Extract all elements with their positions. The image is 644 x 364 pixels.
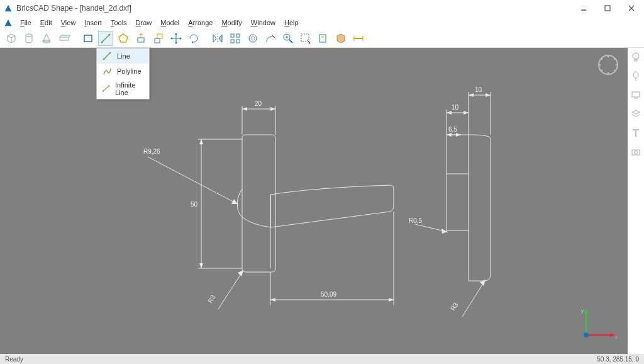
tool-select-icon[interactable] [298,31,313,46]
svg-point-22 [109,33,111,35]
svg-marker-29 [175,33,177,35]
svg-rect-37 [231,34,234,37]
window-controls [577,2,640,14]
tool-box-icon[interactable] [4,31,19,46]
tool-mirror-icon[interactable] [210,31,225,46]
panel-monitor-icon[interactable] [630,89,641,101]
svg-rect-38 [236,34,240,37]
svg-marker-119 [469,93,474,97]
titlebar: BricsCAD Shape - [handel_2d.dxf] [0,0,644,16]
panel-balloon-icon[interactable] [630,71,641,82]
menu-modify[interactable]: Modify [218,18,245,28]
svg-marker-129 [456,133,461,137]
svg-line-7 [8,36,11,38]
svg-text:10: 10 [475,86,482,93]
menubar: File Edit View Insert Tools Draw Model A… [0,16,644,29]
menu-file[interactable]: File [16,18,35,28]
tool-zoom-icon[interactable] [280,31,296,46]
panel-lightbulb-icon[interactable] [630,52,641,63]
svg-line-107 [218,270,243,309]
tool-slab-icon[interactable] [57,31,72,46]
close-button[interactable] [625,2,638,14]
tool-array-icon[interactable] [228,31,243,46]
menu-edit[interactable]: Edit [36,18,56,28]
svg-marker-114 [389,298,394,302]
minimize-button[interactable] [577,2,590,14]
tool-rectangle-icon[interactable] [80,31,96,46]
svg-rect-65 [632,92,640,97]
tool-rotate-icon[interactable] [186,31,201,46]
svg-point-63 [633,72,638,78]
svg-marker-67 [632,110,640,114]
menu-arrange[interactable]: Arrange [184,18,216,28]
svg-line-8 [11,36,15,38]
cad-drawing: 50 20 R9,26 R3 50,09 10 10 6,5 [0,48,628,354]
menu-model[interactable]: Model [157,18,183,28]
status-coordinates: 50.3, 285.15, 0 [597,356,639,363]
svg-marker-51 [337,34,345,43]
right-side-panel [628,48,644,354]
svg-rect-19 [84,35,92,42]
panel-camera-icon[interactable] [630,146,641,157]
menu-window[interactable]: Window [247,18,279,28]
tool-line-icon[interactable] [98,31,113,46]
toolbar [0,29,644,48]
svg-point-71 [635,151,638,154]
svg-text:20: 20 [255,100,262,107]
tool-cylinder-icon[interactable] [21,31,36,46]
svg-marker-124 [447,111,452,115]
svg-rect-50 [321,36,324,38]
panel-layers-icon[interactable] [630,108,641,120]
panel-text-icon[interactable] [630,127,641,139]
svg-rect-40 [236,40,240,43]
svg-text:10: 10 [452,104,459,111]
svg-line-134 [462,280,486,317]
tool-layers-icon[interactable] [316,31,331,46]
tool-materials-icon[interactable] [333,31,348,46]
svg-marker-120 [486,93,491,97]
tool-polygon-icon[interactable] [116,31,131,46]
svg-rect-15 [60,37,69,40]
svg-line-104 [148,157,238,204]
svg-point-21 [101,41,103,43]
menu-help[interactable]: Help [280,18,303,28]
svg-point-61 [633,53,639,59]
menu-insert[interactable]: Insert [80,18,106,28]
svg-marker-31 [170,37,172,40]
svg-text:50,09: 50,09 [321,291,336,298]
tool-move-icon[interactable] [169,31,184,46]
window-title: BricsCAD Shape - [handel_2d.dxf] [16,4,577,13]
svg-rect-25 [155,38,160,43]
tool-trim-icon[interactable] [263,31,278,46]
menu-draw[interactable]: Draw [132,18,156,28]
svg-marker-34 [213,35,216,42]
svg-rect-49 [319,35,326,42]
tool-pushpull-icon[interactable] [133,31,148,46]
svg-marker-101 [242,107,247,111]
svg-marker-128 [447,133,452,137]
svg-line-45 [289,40,292,43]
svg-marker-30 [175,42,177,44]
document-icon [4,18,13,27]
svg-marker-23 [119,34,128,42]
svg-rect-62 [635,59,637,61]
maximize-button[interactable] [601,2,614,14]
svg-text:R9,26: R9,26 [143,148,160,155]
svg-point-41 [249,35,257,42]
tool-offset-icon[interactable] [245,31,260,46]
svg-text:R3: R3 [206,293,216,304]
drawing-canvas[interactable]: Line Polyline Infinite Line x y [0,48,644,354]
menu-view[interactable]: View [57,18,80,28]
tool-dimension-icon[interactable] [351,31,366,46]
menu-tools[interactable]: Tools [107,18,131,28]
svg-point-42 [251,37,255,40]
svg-marker-113 [270,298,275,302]
tool-cone-icon[interactable] [39,31,54,46]
svg-marker-125 [464,111,469,115]
svg-rect-24 [138,38,144,42]
svg-marker-0 [5,5,12,12]
tool-extrude-icon[interactable] [151,31,166,46]
svg-rect-2 [605,6,610,11]
svg-marker-95 [199,139,203,144]
svg-marker-96 [199,263,203,268]
